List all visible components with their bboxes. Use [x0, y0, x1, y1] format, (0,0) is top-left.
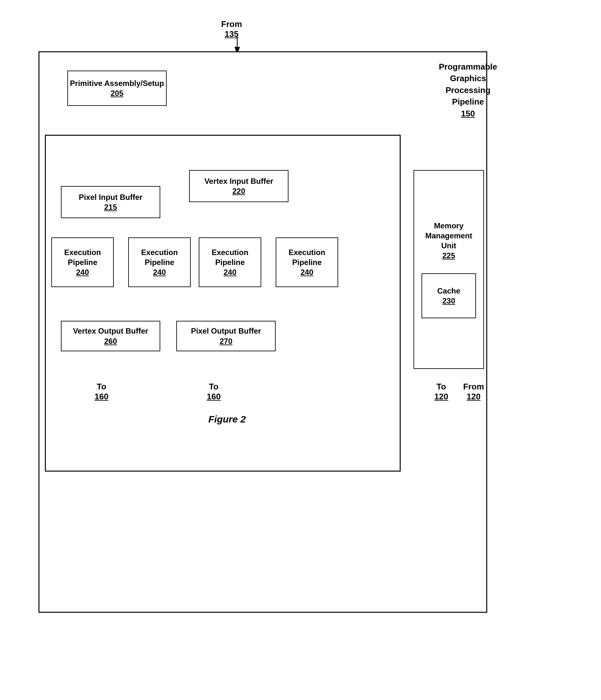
memory-management-block: MemoryManagementUnit 225 Cache 230 — [414, 170, 484, 369]
to-160-right-ref: 160 — [207, 392, 220, 401]
from-120-ref: 120 — [467, 392, 480, 401]
from-120: From 120 — [463, 382, 484, 402]
pipeline-label: Programmable Graphics Processing Pipelin… — [436, 61, 500, 119]
to-160-right: To 160 — [207, 382, 220, 402]
vertex-output-buffer-block: Vertex Output Buffer 260 — [61, 321, 160, 351]
pixel-input-buffer-block: Pixel Input Buffer 215 — [61, 186, 160, 218]
to-120-ref: 120 — [434, 392, 448, 401]
to-160-left: To 160 — [95, 382, 108, 402]
to-120: To 120 — [434, 382, 448, 402]
vertex-input-buffer-block: Vertex Input Buffer 220 — [189, 170, 288, 202]
exec-pipeline-1-block: ExecutionPipeline 240 — [51, 238, 114, 287]
primitive-assembly-block: Primitive Assembly/Setup 205 — [67, 71, 167, 106]
from-ref: 135 — [225, 29, 238, 39]
exec-pipeline-3-block: ExecutionPipeline 240 — [199, 238, 261, 287]
pipeline-ref: 150 — [461, 109, 475, 118]
cache-block: Cache 230 — [421, 273, 476, 318]
figure-label: Figure 2 — [208, 414, 246, 425]
exec-pipeline-4-block: ExecutionPipeline 240 — [276, 238, 338, 287]
diagram-container: From 135 Programmable Graphics Processin… — [32, 13, 569, 686]
pixel-output-buffer-block: Pixel Output Buffer 270 — [176, 321, 276, 351]
to-160-left-ref: 160 — [95, 392, 108, 401]
from-top-label: From 135 — [221, 19, 242, 39]
from-text: From — [221, 19, 242, 29]
exec-pipeline-2-block: ExecutionPipeline 240 — [128, 238, 191, 287]
